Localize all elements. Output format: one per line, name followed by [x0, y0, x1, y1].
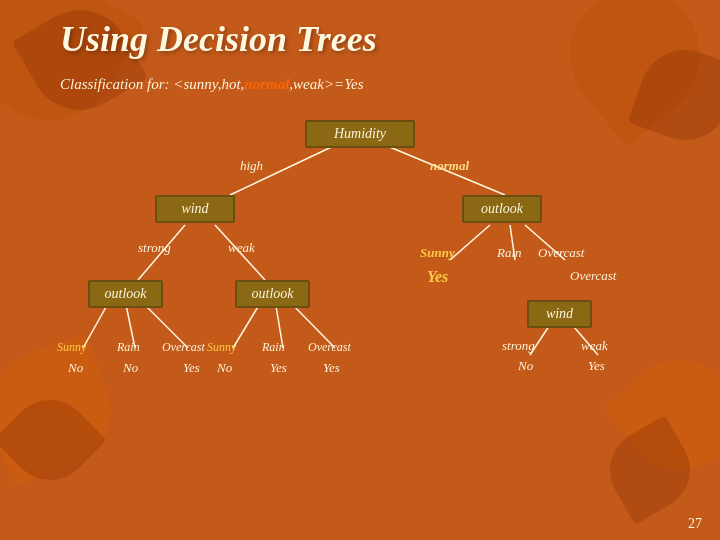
classification-content: <sunny,hot,	[173, 76, 244, 92]
edge-ll-rain-label: Rain	[117, 340, 140, 354]
leaf-yes-weak-label: Yes	[588, 358, 605, 373]
leaf-no-strong: No	[518, 358, 533, 374]
edge-overcast-right-label: Overcast	[538, 245, 584, 260]
classification-suffix: ,weak>=Yes	[289, 76, 363, 92]
node-wind-left: wind	[155, 195, 235, 223]
leaf-ll-yes-overcast: Yes	[183, 360, 200, 376]
edge-weak-left: weak	[228, 240, 255, 256]
edge-strong-right: strong	[502, 338, 535, 354]
node-outlook-ll: outlook	[88, 280, 163, 308]
leaf-yes-sunny: Yes	[427, 268, 448, 286]
leaf-ll-no-rain: No	[123, 360, 138, 376]
node-wind-left-label: wind	[181, 201, 208, 216]
edge-weak-right: weak	[581, 338, 608, 354]
edge-lr-rain-label: Rain	[262, 340, 285, 354]
classification-prefix: Classification for:	[60, 76, 173, 92]
edge-lr-sunny-label: Sunny	[207, 340, 236, 354]
leaf-lr-no-sunny: No	[217, 360, 232, 376]
page-number: 27	[688, 516, 702, 532]
edge-rain-right-label: Rain	[497, 245, 522, 260]
classification-text: Classification for: <sunny,hot,normal,we…	[60, 76, 364, 93]
edge-lr-rain: Rain	[262, 340, 285, 355]
node-wind-right-label: wind	[546, 306, 573, 321]
classification-highlight: normal	[244, 76, 289, 92]
leaf-ll-yes-overcast-label: Yes	[183, 360, 200, 375]
edge-lr-overcast: Overcast	[308, 340, 351, 355]
edge-lr-sunny: Sunny	[207, 340, 236, 355]
edge-ll-rain: Rain	[117, 340, 140, 355]
edge-strong-left: strong	[138, 240, 171, 256]
edge-normal-label: normal	[430, 158, 469, 173]
edge-strong-right-label: strong	[502, 338, 535, 353]
page-title: Using Decision Trees	[60, 18, 377, 60]
leaf-lr-yes-rain-label: Yes	[270, 360, 287, 375]
edge-ll-sunny-label: Sunny	[57, 340, 86, 354]
leaf-ll-no-sunny: No	[68, 360, 83, 376]
edge-high-label: high	[240, 158, 263, 173]
node-outlook-right-label: outlook	[481, 201, 523, 216]
node-outlook-lr: outlook	[235, 280, 310, 308]
edge-weak-right-label: weak	[581, 338, 608, 353]
edge-rain-right: Rain	[497, 245, 522, 261]
leaf-no-strong-label: No	[518, 358, 533, 373]
edge-ll-sunny: Sunny	[57, 340, 86, 355]
tree-lines	[0, 0, 720, 430]
leaf-ll-no-sunny-label: No	[68, 360, 83, 375]
edge-ll-overcast-label: Overcast	[162, 340, 205, 354]
edge-sunny-right-label: Sunny	[420, 245, 455, 260]
edge-ll-overcast: Overcast	[162, 340, 205, 355]
leaf-yes-sunny-label: Yes	[427, 268, 448, 285]
edge-high: high	[240, 158, 263, 174]
edge-overcast-right: Overcast	[538, 245, 584, 261]
leaf-yes-weak: Yes	[588, 358, 605, 374]
node-outlook-ll-label: outlook	[105, 286, 147, 301]
leaf-ll-no-rain-label: No	[123, 360, 138, 375]
leaf-yes-overcast: Overcast	[570, 268, 616, 284]
edge-weak-label: weak	[228, 240, 255, 255]
node-humidity: Humidity	[305, 120, 415, 148]
edge-sunny-right: Sunny	[420, 245, 455, 261]
node-outlook-right: outlook	[462, 195, 542, 223]
edge-strong-label: strong	[138, 240, 171, 255]
leaf-lr-yes-overcast: Yes	[323, 360, 340, 376]
node-wind-right: wind	[527, 300, 592, 328]
edge-lr-overcast-label: Overcast	[308, 340, 351, 354]
leaf-lr-yes-rain: Yes	[270, 360, 287, 376]
leaf-lr-no-sunny-label: No	[217, 360, 232, 375]
node-humidity-label: Humidity	[334, 126, 386, 141]
leaf-lr-yes-overcast-label: Yes	[323, 360, 340, 375]
node-outlook-lr-label: outlook	[252, 286, 294, 301]
leaf-overcast-label: Overcast	[570, 268, 616, 283]
edge-normal: normal	[430, 158, 469, 174]
svg-line-10	[450, 225, 490, 260]
